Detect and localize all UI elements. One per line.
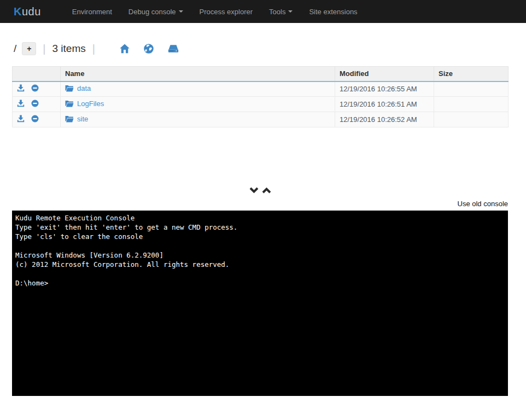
folder-link[interactable]: data <box>77 84 91 92</box>
folder-icon <box>65 115 74 124</box>
home-icon[interactable] <box>119 43 130 54</box>
delete-icon[interactable] <box>31 100 39 109</box>
old-console-row: Use old console <box>12 200 508 209</box>
item-count-label: 3 items <box>52 43 85 55</box>
navbar-menu: Environment Debug console Process explor… <box>64 0 366 23</box>
download-icon[interactable] <box>17 100 25 109</box>
folder-icon <box>65 100 74 109</box>
row-size <box>434 112 509 127</box>
kudu-logo-rest: udu <box>22 5 41 18</box>
use-old-console-link[interactable]: Use old console <box>458 200 509 208</box>
download-icon[interactable] <box>17 115 25 124</box>
nav-item-process-explorer[interactable]: Process explorer <box>191 0 261 23</box>
row-name: site <box>61 112 335 127</box>
console-line <box>15 269 505 278</box>
nav-item-site-extensions[interactable]: Site extensions <box>301 0 365 23</box>
drive-icon[interactable] <box>167 43 179 54</box>
folder-icon <box>65 85 74 94</box>
row-modified: 12/19/2016 10:26:51 AM <box>335 97 434 112</box>
table-header-row: Name Modified Size <box>13 67 509 81</box>
row-name: data <box>61 81 335 97</box>
row-actions <box>13 112 61 127</box>
file-table: Name Modified Size data <box>12 66 509 127</box>
nav-item-tools[interactable]: Tools <box>261 0 301 23</box>
separator: | <box>92 43 95 55</box>
header-actions <box>13 67 61 81</box>
folder-link[interactable]: LogFiles <box>77 100 104 108</box>
row-actions <box>13 81 61 97</box>
top-navbar: Kudu Environment Debug console Process e… <box>0 0 526 23</box>
chevron-up-icon[interactable] <box>262 187 271 194</box>
folder-link[interactable]: site <box>77 115 88 123</box>
row-size <box>434 81 509 97</box>
chevron-down-icon[interactable] <box>249 187 259 194</box>
toolbar-icons <box>113 43 186 54</box>
row-actions <box>13 97 61 112</box>
add-item-button[interactable]: + <box>22 42 36 55</box>
console-resize-controls <box>12 185 508 195</box>
table-row: site 12/19/2016 10:26:52 AM <box>13 112 509 127</box>
console-line: Microsoft Windows [Version 6.2.9200] <box>15 250 505 260</box>
execution-console[interactable]: Kudu Remote Execution Console Type 'exit… <box>12 211 508 396</box>
nav-item-label: Site extensions <box>309 8 357 16</box>
console-line <box>15 241 505 250</box>
delete-icon[interactable] <box>31 84 39 94</box>
table-row: data 12/19/2016 10:26:55 AM <box>13 81 509 97</box>
delete-icon[interactable] <box>31 115 39 124</box>
table-row: LogFiles 12/19/2016 10:26:51 AM <box>13 97 509 112</box>
breadcrumb-root-link[interactable]: / <box>14 43 16 55</box>
main-content: / + | 3 items | <box>0 40 526 396</box>
header-modified: Modified <box>335 67 434 81</box>
row-modified: 12/19/2016 10:26:55 AM <box>335 81 434 97</box>
nav-item-label: Process explorer <box>200 8 253 16</box>
download-icon[interactable] <box>17 84 25 94</box>
caret-down-icon <box>288 10 293 13</box>
kudu-logo[interactable]: Kudu <box>14 5 41 18</box>
header-size: Size <box>434 67 509 81</box>
nav-item-environment[interactable]: Environment <box>64 0 120 23</box>
kudu-logo-k: K <box>14 5 22 18</box>
caret-down-icon <box>179 10 183 13</box>
row-modified: 12/19/2016 10:26:52 AM <box>335 112 434 127</box>
row-name: LogFiles <box>61 97 335 112</box>
console-line: Type 'cls' to clear the console <box>15 232 505 241</box>
console-line: Kudu Remote Execution Console <box>15 213 505 223</box>
nav-item-label: Debug console <box>128 8 176 16</box>
breadcrumb: / + | 3 items | <box>12 40 508 57</box>
console-line: Type 'exit' then hit 'enter' to get a ne… <box>15 223 505 232</box>
console-line: (c) 2012 Microsoft Corporation. All righ… <box>15 260 505 269</box>
globe-icon[interactable] <box>143 43 154 54</box>
nav-item-label: Environment <box>72 8 112 16</box>
separator: | <box>43 43 45 55</box>
console-prompt[interactable]: D:\home> <box>15 278 505 288</box>
row-size <box>434 97 509 112</box>
header-name: Name <box>61 67 335 81</box>
nav-item-label: Tools <box>269 8 285 16</box>
nav-item-debug-console[interactable]: Debug console <box>120 0 191 23</box>
